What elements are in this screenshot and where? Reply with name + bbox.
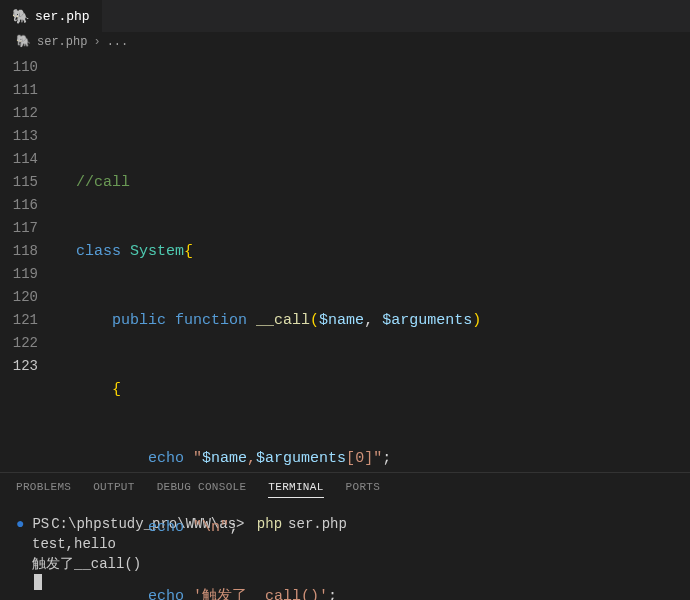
kw-function: function (175, 312, 247, 329)
code-area[interactable]: //call class System{ public function __c… (56, 52, 690, 472)
kw-echo: echo (148, 450, 184, 467)
line-number: 113 (0, 125, 56, 148)
line-number: 114 (0, 148, 56, 171)
tab-bar: 🐘 ser.php (0, 0, 690, 32)
bullet-icon: ● (16, 514, 24, 534)
line-number: 116 (0, 194, 56, 217)
line-number: 110 (0, 56, 56, 79)
terminal-cursor (34, 574, 42, 590)
line-number: 115 (0, 171, 56, 194)
breadcrumb-file: ser.php (37, 35, 87, 49)
line-number: 111 (0, 79, 56, 102)
prompt-prefix: PS (32, 514, 49, 534)
php-icon: 🐘 (12, 8, 29, 25)
code-editor[interactable]: 1101111121131141151161171181191201211221… (0, 52, 690, 472)
php-icon: 🐘 (16, 34, 31, 49)
code-comment: //call (76, 174, 130, 191)
param: $arguments (382, 312, 472, 329)
kw-class: class (76, 243, 121, 260)
line-number: 117 (0, 217, 56, 240)
kw-echo: echo (148, 588, 184, 600)
line-number: 120 (0, 286, 56, 309)
fn-name: __call (256, 312, 310, 329)
string: "\n" (193, 519, 229, 536)
kw-public: public (112, 312, 166, 329)
breadcrumb-rest: ... (107, 35, 129, 49)
class-name: System (130, 243, 184, 260)
line-number: 112 (0, 102, 56, 125)
editor-tab[interactable]: 🐘 ser.php (0, 0, 102, 32)
line-number: 121 (0, 309, 56, 332)
brace: { (112, 381, 121, 398)
line-number: 122 (0, 332, 56, 355)
param: $name (319, 312, 364, 329)
chevron-right-icon: › (93, 35, 100, 49)
kw-echo: echo (148, 519, 184, 536)
line-gutter: 1101111121131141151161171181191201211221… (0, 52, 56, 472)
brace: { (184, 243, 193, 260)
line-number: 123 (0, 355, 56, 378)
line-number: 119 (0, 263, 56, 286)
tab-filename: ser.php (35, 9, 90, 24)
string: '触发了__call()' (193, 588, 328, 600)
breadcrumb[interactable]: 🐘 ser.php › ... (0, 32, 690, 52)
line-number: 118 (0, 240, 56, 263)
